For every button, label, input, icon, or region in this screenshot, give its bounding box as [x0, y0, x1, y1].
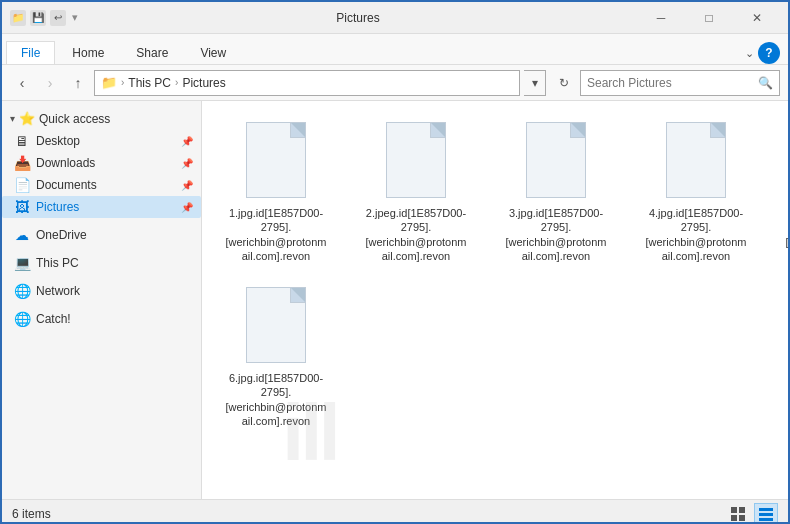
file-label-1: 1.jpg.id[1E857D00-2795].[werichbin@proto…: [223, 206, 329, 263]
tab-file[interactable]: File: [6, 41, 55, 64]
downloads-icon: 📥: [14, 155, 30, 171]
onedrive-icon: ☁: [14, 227, 30, 243]
back-button[interactable]: ‹: [10, 71, 34, 95]
item-count: 6 items: [12, 507, 51, 521]
sidebar-label-documents: Documents: [36, 178, 97, 192]
quick-access-label: Quick access: [39, 112, 110, 126]
search-icon[interactable]: 🔍: [758, 76, 773, 90]
file-icon-3: [521, 122, 591, 202]
pictures-icon: 🖼: [14, 199, 30, 215]
search-box[interactable]: 🔍: [580, 70, 780, 96]
network-icon: 🌐: [14, 283, 30, 299]
file-item-2[interactable]: 2.jpeg.id[1E857D00-2795].[werichbin@prot…: [356, 115, 476, 270]
file-label-4: 4.jpg.id[1E857D00-2795].[werichbin@proto…: [643, 206, 749, 263]
svg-rect-3: [739, 515, 745, 521]
address-bar: ‹ › ↑ 📁 › This PC › Pictures ▾ ↻ 🔍: [2, 65, 788, 101]
tab-view[interactable]: View: [185, 41, 241, 64]
file-icon-1: [241, 122, 311, 202]
help-button[interactable]: ?: [758, 42, 780, 64]
window-controls[interactable]: ─ □ ✕: [638, 2, 780, 34]
file-label-3: 3.jpg.id[1E857D00-2795].[werichbin@proto…: [503, 206, 609, 263]
sidebar-label-this-pc: This PC: [36, 256, 79, 270]
search-input[interactable]: [587, 76, 754, 90]
file-item-6[interactable]: 6.jpg.id[1E857D00-2795].[werichbin@proto…: [216, 280, 336, 435]
up-button[interactable]: ↑: [66, 71, 90, 95]
refresh-button[interactable]: ↻: [552, 70, 576, 96]
file-icon-4: [661, 122, 731, 202]
svg-rect-2: [731, 515, 737, 521]
sidebar-item-desktop[interactable]: 🖥 Desktop 📌: [2, 130, 201, 152]
sidebar: ▾ ⭐ Quick access 🖥 Desktop 📌 📥 Downloads…: [2, 101, 202, 499]
ribbon: File Home Share View ⌄ ?: [2, 34, 788, 65]
main-layout: ▾ ⭐ Quick access 🖥 Desktop 📌 📥 Downloads…: [2, 101, 788, 499]
this-pc-icon: 💻: [14, 255, 30, 271]
path-folder-icon: 📁: [101, 75, 117, 90]
pin-icon-downloads: 📌: [181, 158, 193, 169]
file-icon-2: [381, 122, 451, 202]
file-item-3[interactable]: 3.jpg.id[1E857D00-2795].[werichbin@proto…: [496, 115, 616, 270]
view-grid-button[interactable]: [726, 503, 750, 525]
tab-share[interactable]: Share: [121, 41, 183, 64]
address-dropdown[interactable]: ▾: [524, 70, 546, 96]
svg-rect-1: [739, 507, 745, 513]
ribbon-tabs: File Home Share View ⌄ ?: [2, 34, 788, 64]
sidebar-label-catch: Catch!: [36, 312, 71, 326]
sidebar-item-pictures[interactable]: 🖼 Pictures 📌: [2, 196, 201, 218]
documents-icon: 📄: [14, 177, 30, 193]
pin-icon-pictures: 📌: [181, 202, 193, 213]
sidebar-label-network: Network: [36, 284, 80, 298]
status-bar: 6 items: [2, 499, 788, 524]
path-pictures[interactable]: Pictures: [182, 76, 225, 90]
sidebar-label-onedrive: OneDrive: [36, 228, 87, 242]
forward-button[interactable]: ›: [38, 71, 62, 95]
sidebar-label-downloads: Downloads: [36, 156, 95, 170]
sidebar-item-onedrive[interactable]: ☁ OneDrive: [2, 224, 201, 246]
content-area: ill 1.jpg.id[1E857D00-2795].[werichbin@p…: [202, 101, 788, 499]
sidebar-item-catch[interactable]: 🌐 Catch!: [2, 308, 201, 330]
path-this-pc[interactable]: This PC: [128, 76, 171, 90]
undo-icon: ↩: [50, 10, 66, 26]
view-list-button[interactable]: [754, 503, 778, 525]
grid-view-icon: [730, 506, 746, 522]
catch-icon: 🌐: [14, 311, 30, 327]
file-item-5[interactable]: 5.jpg.id[1E857D00-2795].[werichbin@proto…: [776, 115, 788, 270]
window-title: Pictures: [78, 11, 638, 25]
svg-rect-0: [731, 507, 737, 513]
svg-rect-5: [759, 513, 773, 516]
path-chevron-1: ›: [121, 77, 124, 88]
file-item-4[interactable]: 4.jpg.id[1E857D00-2795].[werichbin@proto…: [636, 115, 756, 270]
floppy-icon: 💾: [30, 10, 46, 26]
maximize-button[interactable]: □: [686, 2, 732, 34]
minimize-button[interactable]: ─: [638, 2, 684, 34]
status-right: [726, 503, 778, 525]
title-bar-icons: 📁 💾 ↩ ▾: [10, 10, 78, 26]
tab-home[interactable]: Home: [57, 41, 119, 64]
sidebar-item-network[interactable]: 🌐 Network: [2, 280, 201, 302]
file-item-1[interactable]: 1.jpg.id[1E857D00-2795].[werichbin@proto…: [216, 115, 336, 270]
svg-rect-6: [759, 518, 773, 521]
file-label-5: 5.jpg.id[1E857D00-2795].[werichbin@proto…: [783, 206, 788, 263]
list-view-icon: [758, 506, 774, 522]
pin-icon-desktop: 📌: [181, 136, 193, 147]
sidebar-header-quick-access[interactable]: ▾ ⭐ Quick access: [2, 107, 201, 130]
sidebar-label-pictures: Pictures: [36, 200, 79, 214]
path-chevron-2: ›: [175, 77, 178, 88]
file-label-2: 2.jpeg.id[1E857D00-2795].[werichbin@prot…: [363, 206, 469, 263]
expand-icon: ▾: [10, 113, 15, 124]
file-label-6: 6.jpg.id[1E857D00-2795].[werichbin@proto…: [223, 371, 329, 428]
title-bar: 📁 💾 ↩ ▾ Pictures ─ □ ✕: [2, 2, 788, 34]
address-path[interactable]: 📁 › This PC › Pictures: [94, 70, 520, 96]
file-icon-6: [241, 287, 311, 367]
folder-icon: 📁: [10, 10, 26, 26]
svg-rect-4: [759, 508, 773, 511]
sidebar-label-desktop: Desktop: [36, 134, 80, 148]
ribbon-expand-icon: ⌄: [745, 47, 754, 60]
sidebar-item-downloads[interactable]: 📥 Downloads 📌: [2, 152, 201, 174]
sidebar-item-documents[interactable]: 📄 Documents 📌: [2, 174, 201, 196]
pin-icon-documents: 📌: [181, 180, 193, 191]
desktop-icon: 🖥: [14, 133, 30, 149]
star-icon: ⭐: [19, 111, 35, 126]
close-button[interactable]: ✕: [734, 2, 780, 34]
file-grid: 1.jpg.id[1E857D00-2795].[werichbin@proto…: [212, 111, 778, 439]
sidebar-item-this-pc[interactable]: 💻 This PC: [2, 252, 201, 274]
